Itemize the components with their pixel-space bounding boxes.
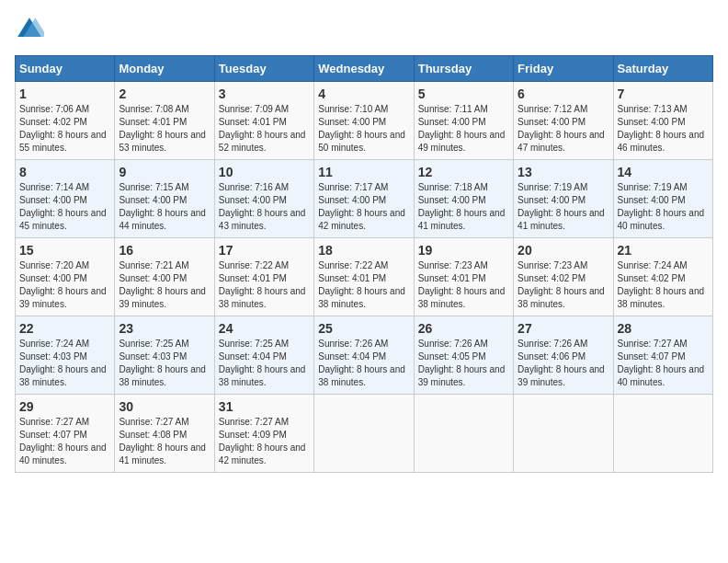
calendar-cell: 10 Sunrise: 7:16 AMSunset: 4:00 PMDaylig… xyxy=(214,160,313,238)
calendar-body: 1 Sunrise: 7:06 AMSunset: 4:02 PMDayligh… xyxy=(16,82,713,473)
day-detail: Sunrise: 7:11 AMSunset: 4:00 PMDaylight:… xyxy=(418,104,506,153)
day-number: 22 xyxy=(19,321,110,336)
day-detail: Sunrise: 7:24 AMSunset: 4:02 PMDaylight:… xyxy=(618,260,705,309)
calendar-cell: 22 Sunrise: 7:24 AMSunset: 4:03 PMDaylig… xyxy=(16,316,115,395)
day-detail: Sunrise: 7:10 AMSunset: 4:00 PMDaylight:… xyxy=(318,104,405,153)
calendar-cell: 29 Sunrise: 7:27 AMSunset: 4:07 PMDaylig… xyxy=(16,395,115,473)
calendar-cell: 1 Sunrise: 7:06 AMSunset: 4:02 PMDayligh… xyxy=(16,82,115,160)
calendar-cell: 23 Sunrise: 7:25 AMSunset: 4:03 PMDaylig… xyxy=(115,316,214,395)
day-number: 9 xyxy=(119,165,210,179)
calendar-cell: 25 Sunrise: 7:26 AMSunset: 4:04 PMDaylig… xyxy=(314,316,414,395)
day-detail: Sunrise: 7:09 AMSunset: 4:01 PMDaylight:… xyxy=(219,104,306,153)
day-number: 6 xyxy=(518,86,609,101)
calendar-cell xyxy=(314,395,414,473)
calendar-cell: 31 Sunrise: 7:27 AMSunset: 4:09 PMDaylig… xyxy=(214,395,313,473)
day-detail: Sunrise: 7:22 AMSunset: 4:01 PMDaylight:… xyxy=(318,260,405,309)
day-detail: Sunrise: 7:17 AMSunset: 4:00 PMDaylight:… xyxy=(318,182,405,231)
day-number: 13 xyxy=(518,165,609,179)
day-number: 30 xyxy=(119,399,210,414)
day-number: 1 xyxy=(19,86,110,101)
day-detail: Sunrise: 7:27 AMSunset: 4:07 PMDaylight:… xyxy=(618,339,705,387)
day-number: 3 xyxy=(219,86,310,101)
day-of-week-header: Friday xyxy=(514,56,613,82)
day-detail: Sunrise: 7:27 AMSunset: 4:07 PMDaylight:… xyxy=(19,417,107,465)
day-of-week-header: Saturday xyxy=(613,56,712,82)
calendar-week-row: 29 Sunrise: 7:27 AMSunset: 4:07 PMDaylig… xyxy=(16,395,713,473)
day-number: 16 xyxy=(119,243,210,258)
day-of-week-header: Wednesday xyxy=(314,56,414,82)
day-number: 12 xyxy=(418,165,509,179)
calendar-cell: 11 Sunrise: 7:17 AMSunset: 4:00 PMDaylig… xyxy=(314,160,414,238)
day-number: 15 xyxy=(19,243,110,258)
day-of-week-header: Sunday xyxy=(16,56,115,82)
calendar-cell: 16 Sunrise: 7:21 AMSunset: 4:00 PMDaylig… xyxy=(115,238,214,316)
day-number: 19 xyxy=(418,243,509,258)
day-number: 7 xyxy=(618,86,709,101)
calendar-cell: 24 Sunrise: 7:25 AMSunset: 4:04 PMDaylig… xyxy=(214,316,313,395)
calendar-cell: 30 Sunrise: 7:27 AMSunset: 4:08 PMDaylig… xyxy=(115,395,214,473)
day-number: 29 xyxy=(19,399,110,414)
day-detail: Sunrise: 7:22 AMSunset: 4:01 PMDaylight:… xyxy=(219,260,306,309)
day-detail: Sunrise: 7:26 AMSunset: 4:04 PMDaylight:… xyxy=(318,339,405,387)
logo xyxy=(15,15,48,44)
day-number: 10 xyxy=(219,165,310,179)
calendar-week-row: 1 Sunrise: 7:06 AMSunset: 4:02 PMDayligh… xyxy=(16,82,713,160)
day-detail: Sunrise: 7:24 AMSunset: 4:03 PMDaylight:… xyxy=(19,339,107,387)
day-of-week-header: Thursday xyxy=(414,56,513,82)
day-detail: Sunrise: 7:26 AMSunset: 4:06 PMDaylight:… xyxy=(518,339,605,387)
day-detail: Sunrise: 7:27 AMSunset: 4:08 PMDaylight:… xyxy=(119,417,206,465)
day-number: 20 xyxy=(518,243,609,258)
logo-icon xyxy=(15,15,44,44)
day-number: 31 xyxy=(219,399,310,414)
day-detail: Sunrise: 7:26 AMSunset: 4:05 PMDaylight:… xyxy=(418,339,506,387)
day-detail: Sunrise: 7:12 AMSunset: 4:00 PMDaylight:… xyxy=(518,104,605,153)
calendar-cell: 8 Sunrise: 7:14 AMSunset: 4:00 PMDayligh… xyxy=(16,160,115,238)
calendar-cell: 3 Sunrise: 7:09 AMSunset: 4:01 PMDayligh… xyxy=(214,82,313,160)
day-number: 17 xyxy=(219,243,310,258)
calendar-cell: 2 Sunrise: 7:08 AMSunset: 4:01 PMDayligh… xyxy=(115,82,214,160)
day-detail: Sunrise: 7:18 AMSunset: 4:00 PMDaylight:… xyxy=(418,182,506,231)
day-number: 26 xyxy=(418,321,509,336)
calendar-table: SundayMondayTuesdayWednesdayThursdayFrid… xyxy=(15,55,713,473)
day-detail: Sunrise: 7:19 AMSunset: 4:00 PMDaylight:… xyxy=(618,182,705,231)
day-number: 21 xyxy=(618,243,709,258)
calendar-cell: 13 Sunrise: 7:19 AMSunset: 4:00 PMDaylig… xyxy=(514,160,613,238)
day-number: 28 xyxy=(618,321,709,336)
calendar-cell: 20 Sunrise: 7:23 AMSunset: 4:02 PMDaylig… xyxy=(514,238,613,316)
calendar-cell: 6 Sunrise: 7:12 AMSunset: 4:00 PMDayligh… xyxy=(514,82,613,160)
calendar-cell: 4 Sunrise: 7:10 AMSunset: 4:00 PMDayligh… xyxy=(314,82,414,160)
day-detail: Sunrise: 7:16 AMSunset: 4:00 PMDaylight:… xyxy=(219,182,306,231)
day-detail: Sunrise: 7:14 AMSunset: 4:00 PMDaylight:… xyxy=(19,182,107,231)
calendar-cell xyxy=(514,395,613,473)
calendar-cell: 18 Sunrise: 7:22 AMSunset: 4:01 PMDaylig… xyxy=(314,238,414,316)
calendar-cell xyxy=(414,395,513,473)
calendar-cell: 9 Sunrise: 7:15 AMSunset: 4:00 PMDayligh… xyxy=(115,160,214,238)
day-of-week-header: Tuesday xyxy=(214,56,313,82)
day-number: 11 xyxy=(318,165,409,179)
day-number: 18 xyxy=(318,243,409,258)
day-detail: Sunrise: 7:27 AMSunset: 4:09 PMDaylight:… xyxy=(219,417,306,465)
day-detail: Sunrise: 7:15 AMSunset: 4:00 PMDaylight:… xyxy=(119,182,206,231)
page-header xyxy=(15,15,713,44)
day-number: 24 xyxy=(219,321,310,336)
calendar-cell: 12 Sunrise: 7:18 AMSunset: 4:00 PMDaylig… xyxy=(414,160,513,238)
calendar-cell: 5 Sunrise: 7:11 AMSunset: 4:00 PMDayligh… xyxy=(414,82,513,160)
day-number: 2 xyxy=(119,86,210,101)
day-number: 14 xyxy=(618,165,709,179)
calendar-cell: 17 Sunrise: 7:22 AMSunset: 4:01 PMDaylig… xyxy=(214,238,313,316)
day-detail: Sunrise: 7:23 AMSunset: 4:01 PMDaylight:… xyxy=(418,260,506,309)
calendar-week-row: 8 Sunrise: 7:14 AMSunset: 4:00 PMDayligh… xyxy=(16,160,713,238)
calendar-week-row: 15 Sunrise: 7:20 AMSunset: 4:00 PMDaylig… xyxy=(16,238,713,316)
day-detail: Sunrise: 7:13 AMSunset: 4:00 PMDaylight:… xyxy=(618,104,705,153)
day-detail: Sunrise: 7:25 AMSunset: 4:03 PMDaylight:… xyxy=(119,339,206,387)
calendar-cell: 28 Sunrise: 7:27 AMSunset: 4:07 PMDaylig… xyxy=(613,316,712,395)
calendar-cell xyxy=(613,395,712,473)
day-number: 27 xyxy=(518,321,609,336)
day-detail: Sunrise: 7:08 AMSunset: 4:01 PMDaylight:… xyxy=(119,104,206,153)
day-detail: Sunrise: 7:20 AMSunset: 4:00 PMDaylight:… xyxy=(19,260,107,309)
day-number: 8 xyxy=(19,165,110,179)
day-number: 4 xyxy=(318,86,409,101)
calendar-cell: 19 Sunrise: 7:23 AMSunset: 4:01 PMDaylig… xyxy=(414,238,513,316)
day-detail: Sunrise: 7:23 AMSunset: 4:02 PMDaylight:… xyxy=(518,260,605,309)
calendar-cell: 15 Sunrise: 7:20 AMSunset: 4:00 PMDaylig… xyxy=(16,238,115,316)
